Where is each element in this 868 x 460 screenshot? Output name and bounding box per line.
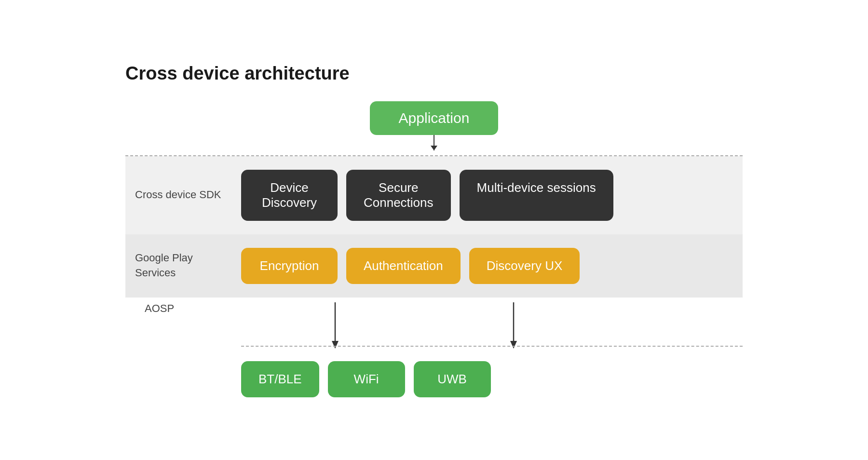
aosp-section: AOSP BT/BLE WiFi UWB <box>125 298 743 397</box>
gps-boxes-container: Encryption Authentication Discovery UX <box>231 248 743 284</box>
sdk-section: Cross device SDK Device Discovery Secure… <box>125 156 743 234</box>
page-title: Cross device architecture <box>125 63 743 84</box>
bottom-dashed-line <box>241 346 743 347</box>
svg-marker-1 <box>332 341 339 349</box>
app-to-sdk-arrow <box>434 135 434 150</box>
application-section: Application <box>370 101 499 155</box>
wifi-box: WiFi <box>328 361 405 397</box>
multi-device-sessions-box: Multi-device sessions <box>460 170 613 221</box>
aosp-label-area: AOSP <box>125 302 231 315</box>
uwb-box: UWB <box>414 361 491 397</box>
device-discovery-box: Device Discovery <box>241 170 338 221</box>
aosp-boxes-container: BT/BLE WiFi UWB <box>241 361 491 397</box>
svg-marker-3 <box>510 341 517 349</box>
architecture-wrapper: Application Cross device SDK Device Disc… <box>125 101 743 397</box>
sdk-boxes-container: Device Discovery Secure Connections Mult… <box>231 170 743 221</box>
bt-ble-box: BT/BLE <box>241 361 319 397</box>
encryption-box: Encryption <box>241 248 338 284</box>
discovery-ux-box: Discovery UX <box>469 248 580 284</box>
gps-section: Google Play Services Encryption Authenti… <box>125 234 743 298</box>
authentication-box: Authentication <box>346 248 461 284</box>
sdk-section-label: Cross device SDK <box>125 188 231 203</box>
secure-connections-box: Secure Connections <box>346 170 451 221</box>
diagram-container: Cross device architecture Application Cr… <box>96 44 772 417</box>
gps-section-label: Google Play Services <box>125 251 231 281</box>
aosp-section-label: AOSP <box>135 302 241 315</box>
aosp-arrows-svg <box>241 302 627 351</box>
application-box: Application <box>370 101 499 135</box>
aosp-content: BT/BLE WiFi UWB <box>231 302 743 397</box>
